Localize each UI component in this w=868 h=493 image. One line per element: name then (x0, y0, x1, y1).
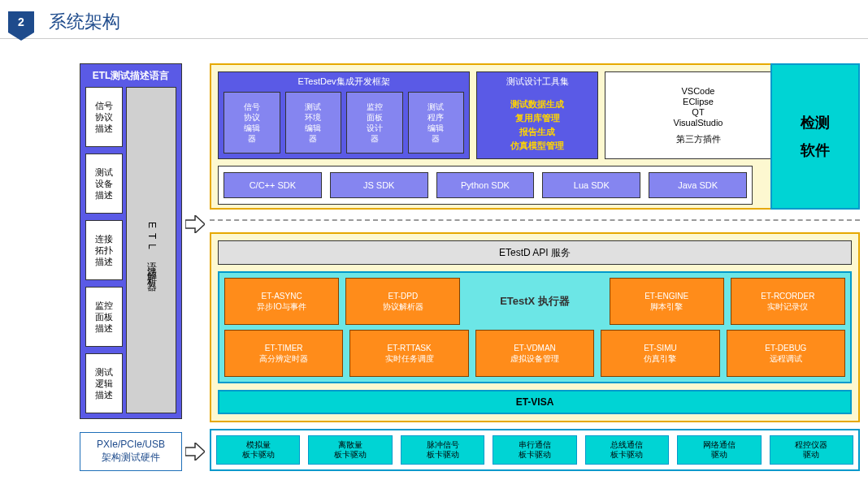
module-cell: ET-ASYNC异步IO与事件 (224, 278, 339, 325)
etestdev-framework: ETestDev集成开发框架 信号协议编辑器测试环境编辑器监控面板设计器测试程序… (218, 71, 470, 159)
module-cell: ET-RTTASK实时任务调度 (349, 330, 468, 377)
etl-title: ETL测试描述语言 (80, 64, 181, 89)
driver-cell: 串行通信板卡驱动 (493, 435, 576, 465)
hardware-box: PXIe/PCIe/USB架构测试硬件 (80, 432, 182, 471)
et-visa-bar: ET-VISA (218, 390, 852, 414)
ide-name: QT (692, 107, 704, 117)
divider (210, 219, 860, 221)
etl-desc-item: 连接拓扑描述 (85, 220, 123, 280)
ide-name: VisualStudio (674, 118, 723, 128)
etl-desc-item: 测试设备描述 (85, 154, 123, 214)
etl-column: ETL测试描述语言 信号协议描述测试设备描述连接拓扑描述监控面板描述测试逻辑描述… (80, 63, 182, 419)
toolset-title: 测试设计工具集 (477, 72, 597, 91)
tool-item: 报告生成 (519, 126, 555, 138)
module-cell: ET-TIMER高分辨定时器 (224, 330, 343, 377)
module-cell: ET-DPD协议解析器 (345, 278, 460, 325)
dev-framework-group: ETestDev集成开发框架 信号协议编辑器测试环境编辑器监控面板设计器测试程序… (210, 63, 860, 210)
etestx-executor: ET-ASYNC异步IO与事件ET-DPD协议解析器ETestX 执行器ET-E… (218, 271, 852, 383)
arrow-icon (185, 215, 205, 233)
etl-desc-item: 信号协议描述 (85, 87, 123, 147)
sdk-cell: Python SDK (436, 172, 535, 198)
editor-cell: 监控面板设计器 (346, 92, 403, 154)
editor-cell: 测试环境编辑器 (285, 92, 342, 154)
sdk-cell: Lua SDK (542, 172, 640, 198)
ide-name: EClipse (683, 97, 714, 106)
third-party-ides: VSCodeEClipseQTVisualStudio第三方插件 (605, 71, 792, 159)
driver-row: 模拟量板卡驱动离散量板卡驱动脉冲信号板卡驱动串行通信板卡驱动总线通信板卡驱动网络… (210, 429, 860, 471)
etestdev-title: ETestDev集成开发框架 (219, 72, 469, 91)
editor-cell: 信号协议编辑器 (224, 92, 280, 154)
section-title: 系统架构 (49, 10, 120, 34)
driver-cell: 总线通信板卡驱动 (585, 435, 669, 465)
module-cell: ET-SIMU仿真引擎 (601, 330, 719, 377)
section-number: 2 (8, 11, 34, 32)
etl-parser: ETL语法解析器 (126, 87, 176, 413)
third-party-plugin-label: 第三方插件 (676, 133, 721, 145)
driver-cell: 程控仪器驱动 (770, 435, 853, 465)
etl-desc-item: 测试逻辑描述 (85, 353, 123, 413)
detection-software: 检测软件 (770, 63, 860, 210)
module-cell: ET-DEBUG远程调试 (727, 330, 845, 377)
title-bar: 2 系统架构 (0, 6, 868, 39)
output-label: 检测 (801, 113, 830, 132)
module-cell: ET-RCORDER实时记录仪 (731, 278, 845, 325)
design-toolset: 测试设计工具集 测试数据生成复用库管理报告生成仿真模型管理 (476, 71, 598, 159)
ide-name: VSCode (682, 86, 715, 96)
driver-cell: 网络通信驱动 (677, 435, 761, 465)
driver-cell: 离散量板卡驱动 (308, 435, 392, 465)
tool-item: 测试数据生成 (510, 98, 564, 110)
sdk-row: C/C++ SDKJS SDKPython SDKLua SDKJava SDK (218, 166, 753, 205)
arrow-icon (185, 443, 205, 461)
module-cell: ET-VDMAN虚拟设备管理 (475, 330, 594, 377)
output-label: 软件 (801, 141, 830, 160)
etl-desc-item: 监控面板描述 (85, 287, 123, 347)
tool-item: 复用库管理 (515, 112, 560, 124)
driver-cell: 脉冲信号板卡驱动 (401, 435, 484, 465)
sdk-cell: C/C++ SDK (224, 172, 322, 198)
sdk-cell: JS SDK (330, 172, 428, 198)
runtime-group: ETestD API 服务 ET-ASYNC异步IO与事件ET-DPD协议解析器… (210, 232, 860, 422)
editor-cell: 测试程序编辑器 (408, 92, 465, 154)
driver-cell: 模拟量板卡驱动 (216, 435, 300, 465)
sdk-cell: Java SDK (649, 172, 747, 198)
module-cell: ET-ENGINE脚本引擎 (610, 278, 724, 325)
tool-item: 仿真模型管理 (510, 140, 564, 152)
executor-title: ETestX 执行器 (467, 278, 602, 325)
api-service-bar: ETestD API 服务 (218, 240, 852, 265)
